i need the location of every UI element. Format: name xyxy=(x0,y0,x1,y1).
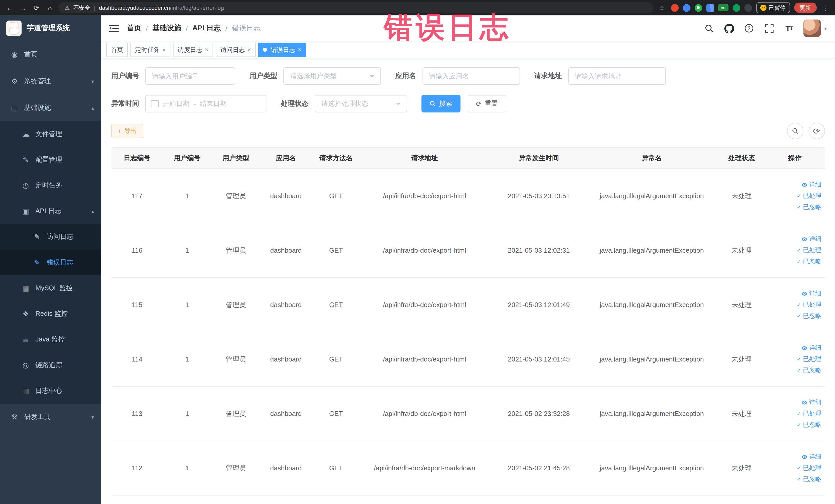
logo-rabbit-icon xyxy=(6,21,22,36)
mark-processed-link[interactable]: ✓已处理 xyxy=(797,300,821,309)
mark-processed-link[interactable]: ✓已处理 xyxy=(797,464,821,472)
sidebar-item-redis-monitor[interactable]: ❖ Redis 监控 xyxy=(0,301,101,327)
reset-button[interactable]: ⟳ 重置 xyxy=(468,95,506,113)
tab-access-log[interactable]: 访问日志 × xyxy=(216,43,256,57)
sidebar-toggle-icon[interactable] xyxy=(109,25,119,32)
chrome-update-button[interactable]: 更新 xyxy=(794,3,816,13)
extension-icon-green[interactable] xyxy=(694,4,702,12)
mark-processed-link[interactable]: ✓已处理 xyxy=(797,191,821,200)
mark-ignored-link[interactable]: ✓已忽略 xyxy=(797,475,821,484)
search-button[interactable]: 搜索 xyxy=(422,95,461,113)
forward-icon[interactable]: → xyxy=(19,3,28,12)
close-icon[interactable]: × xyxy=(162,46,166,54)
sidebar-item-mysql-monitor[interactable]: ▦ MySQL 监控 xyxy=(0,275,101,301)
refresh-table-button[interactable]: ⟳ xyxy=(808,123,825,139)
user-type-select[interactable]: 请选择用户类型 xyxy=(283,67,381,85)
sidebar-item-access-log[interactable]: ✎ 访问日志 xyxy=(0,224,101,249)
eye-icon xyxy=(801,290,808,297)
mark-ignored-link[interactable]: ✓已忽略 xyxy=(797,421,821,429)
help-icon[interactable]: ? xyxy=(744,23,755,34)
sidebar-item-api-log[interactable]: ▣ API 日志 ▴ xyxy=(0,198,101,224)
date-range-picker[interactable]: 开始日期 - 结束日期 xyxy=(145,95,266,113)
process-status-select[interactable]: 请选择处理状态 xyxy=(315,95,407,113)
mark-processed-link[interactable]: ✓已处理 xyxy=(797,355,821,364)
export-button-label: 导出 xyxy=(124,126,137,135)
cell-user-type: 管理员 xyxy=(211,463,260,473)
detail-link[interactable]: 详细 xyxy=(801,452,821,461)
mark-ignored-link[interactable]: ✓已忽略 xyxy=(797,257,821,266)
detail-link[interactable]: 详细 xyxy=(801,180,821,189)
sidebar-item-java-monitor[interactable]: ☕ Java 监控 xyxy=(0,327,101,352)
chevron-down-icon: ▾ xyxy=(91,78,94,84)
extension-icon-dot xyxy=(697,6,700,9)
mark-ignored-link[interactable]: ✓已忽略 xyxy=(797,312,821,320)
mark-ignored-link[interactable]: ✓已忽略 xyxy=(797,203,821,211)
close-icon[interactable]: × xyxy=(298,46,301,54)
search-button-label: 搜索 xyxy=(439,99,452,108)
reload-icon[interactable]: ⟳ xyxy=(32,3,41,12)
sidebar-item-dev-tools[interactable]: ⚒ 研发工具 ▾ xyxy=(0,404,101,430)
cell-method: GET xyxy=(312,464,360,472)
mark-processed-link[interactable]: ✓已处理 xyxy=(797,246,821,255)
tab-home[interactable]: 首页 xyxy=(106,43,128,57)
mark-ignored-link[interactable]: ✓已忽略 xyxy=(797,366,821,375)
search-icon[interactable] xyxy=(704,23,715,34)
calendar-icon xyxy=(151,100,159,107)
detail-link[interactable]: 详细 xyxy=(801,398,821,407)
back-icon[interactable]: ← xyxy=(5,3,14,12)
sidebar-item-trace[interactable]: ◎ 链路追踪 xyxy=(0,352,101,378)
extension-icon-leaf[interactable] xyxy=(732,4,740,12)
hide-search-button[interactable] xyxy=(787,123,803,139)
detail-link[interactable]: 详细 xyxy=(801,289,821,298)
check-icon: ✓ xyxy=(797,410,801,417)
tab-schedule-log[interactable]: 调度日志 × xyxy=(173,43,213,57)
sidebar-item-file-manage[interactable]: ☁ 文件管理 xyxy=(0,121,101,147)
export-button[interactable]: ↓ 导出 xyxy=(111,124,143,138)
browser-menu-icon[interactable]: ⋮ xyxy=(821,3,830,12)
tab-error-log[interactable]: 错误日志 × xyxy=(258,43,306,57)
detail-link[interactable]: 详细 xyxy=(801,344,821,352)
breadcrumb-current: 错误日志 xyxy=(232,24,261,33)
home-icon[interactable]: ⌂ xyxy=(45,3,55,12)
cell-exception: java.lang.IllegalArgumentException xyxy=(589,192,715,200)
user-menu[interactable]: ▾ xyxy=(804,20,827,37)
sidebar-item-error-log[interactable]: ✎ 错误日志 xyxy=(0,249,101,275)
extension-icon-red[interactable] xyxy=(671,4,678,12)
extension-icon-blue[interactable] xyxy=(683,4,690,12)
download-icon: ↓ xyxy=(118,127,121,135)
sidebar-item-config-manage[interactable]: ✎ 配置管理 xyxy=(0,147,101,173)
tab-scheduled-jobs[interactable]: 定时任务 × xyxy=(130,43,170,57)
breadcrumb-home[interactable]: 首页 xyxy=(127,24,141,33)
close-icon[interactable]: × xyxy=(247,46,251,54)
cell-status: 未处理 xyxy=(715,300,769,309)
gear-icon: ⚙ xyxy=(10,77,19,85)
user-id-input[interactable] xyxy=(145,67,235,85)
address-bar[interactable]: ⚠ 不安全 | dashboard.yudao.iocoder.cn/infra… xyxy=(59,2,653,13)
sidebar-item-home[interactable]: ◉ 首页 xyxy=(0,41,101,68)
font-size-icon[interactable]: TT xyxy=(784,23,795,34)
chevron-down-icon: ▾ xyxy=(91,414,94,420)
filter-label: 请求地址 xyxy=(534,72,562,81)
app-name-input[interactable] xyxy=(422,67,520,85)
detail-link[interactable]: 详细 xyxy=(801,235,821,243)
sidebar-item-infra[interactable]: ▤ 基础设施 ▴ xyxy=(0,95,101,121)
mark-processed-link[interactable]: ✓已处理 xyxy=(797,409,821,418)
close-icon[interactable]: × xyxy=(205,46,208,54)
sidebar-item-scheduled-jobs[interactable]: ◷ 定时任务 xyxy=(0,173,101,198)
security-label[interactable]: 不安全 xyxy=(74,4,90,12)
cell-request-url: /api/infra/db-doc/export-html xyxy=(360,355,489,363)
request-url-input[interactable] xyxy=(568,67,666,85)
paused-badge[interactable]: 已暂停 xyxy=(756,2,790,13)
fullscreen-icon[interactable] xyxy=(763,23,775,34)
bookmark-star-icon[interactable]: ☆ xyxy=(657,3,667,12)
extension-icon-paw[interactable] xyxy=(744,4,752,12)
col-header-time: 异常发生时间 xyxy=(489,154,589,163)
github-icon[interactable] xyxy=(724,23,735,34)
app-logo[interactable]: 芋道管理系统 xyxy=(0,15,101,41)
extension-icon-grid[interactable] xyxy=(706,4,714,12)
sidebar-item-label: 错误日志 xyxy=(47,258,74,267)
sidebar-item-system[interactable]: ⚙ 系统管理 ▾ xyxy=(0,68,101,95)
extension-on-badge[interactable]: on xyxy=(718,4,728,11)
cell-user-id: 1 xyxy=(163,301,211,309)
sidebar-item-log-center[interactable]: ▥ 日志中心 xyxy=(0,378,101,404)
